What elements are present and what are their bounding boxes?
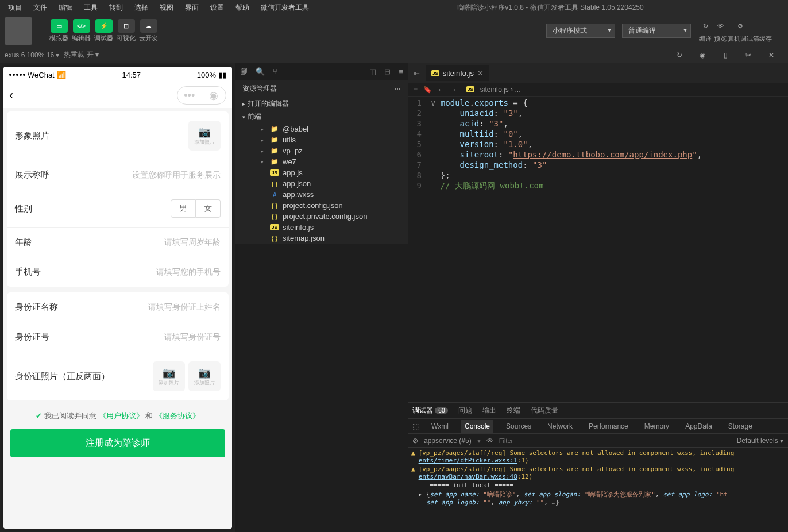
- subtab-Wxml[interactable]: Wxml: [428, 420, 452, 433]
- battery-icon: ▮▮: [218, 71, 226, 79]
- menu-项目[interactable]: 项目: [2, 3, 28, 13]
- age-label: 年龄: [15, 237, 32, 248]
- split-icon[interactable]: ◫: [369, 67, 376, 76]
- tree-item[interactable]: JSapp.js: [235, 167, 408, 178]
- tree-item[interactable]: { }project.private.config.json: [235, 211, 408, 222]
- quality-tab[interactable]: 代码质量: [531, 406, 558, 415]
- menu-编辑[interactable]: 编辑: [53, 3, 78, 13]
- tree-item[interactable]: #app.wxss: [235, 189, 408, 200]
- stop-icon[interactable]: ⊘: [412, 437, 418, 445]
- output-tab[interactable]: 输出: [482, 406, 496, 415]
- idno-input[interactable]: 请填写身份证号: [164, 332, 221, 342]
- editor-tab[interactable]: JS siteinfo.js ✕: [426, 65, 489, 81]
- age-input[interactable]: 请填写周岁年龄: [164, 237, 221, 248]
- project-avatar[interactable]: [5, 17, 32, 45]
- device-icon[interactable]: ▯: [718, 48, 733, 63]
- tree-item[interactable]: { }app.json: [235, 178, 408, 189]
- menu-帮助[interactable]: 帮助: [230, 3, 255, 13]
- tree-item[interactable]: { }project.config.json: [235, 200, 408, 211]
- eye-icon[interactable]: 👁: [486, 437, 493, 445]
- close-icon[interactable]: ✕: [764, 48, 779, 63]
- panel-toggle-icon[interactable]: ⇤: [408, 69, 426, 78]
- service-agreement-link[interactable]: 《服务协议》: [155, 411, 200, 420]
- warning-icon: ▲: [411, 465, 415, 480]
- files-icon[interactable]: 🗐: [240, 67, 248, 76]
- compile-mode-dropdown[interactable]: 普通编译: [622, 24, 691, 38]
- menu-视图[interactable]: 视图: [154, 3, 179, 13]
- subtab-Sources[interactable]: Sources: [503, 420, 535, 433]
- phone-input[interactable]: 请填写您的手机号: [156, 267, 221, 277]
- subtab-Network[interactable]: Network: [544, 420, 576, 433]
- cut-icon[interactable]: ✂: [741, 48, 756, 63]
- bookmark-icon[interactable]: 🔖: [423, 86, 432, 94]
- menu-微信开发者工具[interactable]: 微信开发者工具: [255, 3, 315, 13]
- tree-item[interactable]: JSsiteinfo.js: [235, 222, 408, 233]
- remote-debug-button[interactable]: ⚙真机调试: [728, 18, 753, 43]
- list-icon[interactable]: ≡: [414, 86, 418, 94]
- branch-icon[interactable]: ⑂: [273, 67, 277, 76]
- clear-cache-button[interactable]: ☰清缓存: [753, 18, 772, 43]
- menu-界面[interactable]: 界面: [179, 3, 204, 13]
- menu-设置[interactable]: 设置: [204, 3, 230, 13]
- preview-button[interactable]: 👁预览: [713, 18, 728, 43]
- collapse-icon[interactable]: ⊟: [384, 67, 391, 76]
- tree-item[interactable]: ▸📁@babel: [235, 124, 408, 134]
- capsule-close-icon[interactable]: ◉: [202, 89, 226, 102]
- tree-item[interactable]: { }sitemap.json: [235, 233, 408, 244]
- record-icon[interactable]: ◉: [695, 48, 710, 63]
- tree-item[interactable]: ▸📁utils: [235, 134, 408, 145]
- back-button[interactable]: ‹: [9, 88, 13, 103]
- search-icon[interactable]: 🔍: [256, 67, 265, 76]
- device-selector[interactable]: exus 6 100% 16 ▾: [5, 51, 59, 59]
- levels-dropdown[interactable]: Default levels ▾: [737, 437, 783, 445]
- hotreload-toggle[interactable]: 热重载 开 ▾: [64, 50, 99, 60]
- root-folder[interactable]: ▾前端: [235, 110, 408, 124]
- menu-工具[interactable]: 工具: [78, 3, 103, 13]
- id-front-button[interactable]: 📷添加照片: [153, 361, 185, 391]
- folder-icon: 📁: [270, 125, 279, 133]
- refresh-icon[interactable]: ↻: [672, 48, 687, 63]
- terminal-icon[interactable]: ≡: [399, 67, 403, 76]
- nickname-input[interactable]: 设置您称呼用于服务展示: [132, 170, 221, 180]
- js-icon: JS: [270, 224, 279, 230]
- user-agreement-link[interactable]: 《用户协议》: [99, 411, 144, 420]
- problems-tab[interactable]: 问题: [458, 406, 472, 415]
- submit-button[interactable]: 注册成为陪诊师: [10, 429, 225, 457]
- subtab-AppData[interactable]: AppData: [682, 420, 716, 433]
- mode-dropdown[interactable]: 小程序模式: [546, 24, 615, 38]
- more-icon[interactable]: ⋯: [394, 85, 401, 93]
- subtab-Performance[interactable]: Performance: [585, 420, 632, 433]
- agreement-row[interactable]: ✔ 我已阅读并同意 《用户协议》 和 《服务协议》: [7, 406, 229, 426]
- code-editor[interactable]: 1∨ module.exports = {2 uniacid: "3",3 ac…: [408, 97, 788, 402]
- subtab-Memory[interactable]: Memory: [641, 420, 673, 433]
- compile-button[interactable]: ↻编译: [698, 18, 713, 43]
- visual-toggle[interactable]: ⊞可视化: [117, 19, 136, 43]
- filter-input[interactable]: [499, 437, 731, 444]
- console-context[interactable]: appservice (#5): [424, 437, 472, 445]
- gender-female-button[interactable]: 女: [196, 199, 221, 218]
- capsule-button[interactable]: ••• ◉: [177, 86, 226, 105]
- tree-item[interactable]: ▸📁vp_pz: [235, 145, 408, 156]
- debugger-toggle[interactable]: ⚡调试器: [94, 19, 113, 43]
- nav-back-icon[interactable]: ←: [438, 86, 445, 94]
- menu-转到[interactable]: 转到: [103, 3, 129, 13]
- id-back-button[interactable]: 📷添加照片: [188, 361, 221, 391]
- tree-item[interactable]: ▾📁we7: [235, 156, 408, 167]
- menu-选择[interactable]: 选择: [129, 3, 154, 13]
- tab-close-icon[interactable]: ✕: [477, 69, 484, 78]
- capsule-menu-icon[interactable]: •••: [177, 90, 202, 102]
- add-photo-button[interactable]: 📷添加照片: [188, 121, 221, 151]
- inspect-icon[interactable]: ⬚: [412, 422, 419, 430]
- nav-fwd-icon[interactable]: →: [450, 86, 457, 94]
- editor-toggle[interactable]: </>编辑器: [72, 19, 91, 43]
- simulator-toggle[interactable]: ▭模拟器: [49, 19, 68, 43]
- debugger-tab[interactable]: 调试器 60: [412, 406, 448, 415]
- subtab-Storage[interactable]: Storage: [725, 420, 756, 433]
- gender-male-button[interactable]: 男: [171, 199, 196, 218]
- menu-文件[interactable]: 文件: [28, 3, 53, 13]
- terminal-tab[interactable]: 终端: [507, 406, 520, 415]
- cloud-toggle[interactable]: ☁云开发: [139, 19, 158, 43]
- subtab-Console[interactable]: Console: [461, 420, 493, 433]
- open-editors-section[interactable]: ▸打开的编辑器: [235, 97, 408, 110]
- idname-input[interactable]: 请填写身份证上姓名: [148, 302, 221, 313]
